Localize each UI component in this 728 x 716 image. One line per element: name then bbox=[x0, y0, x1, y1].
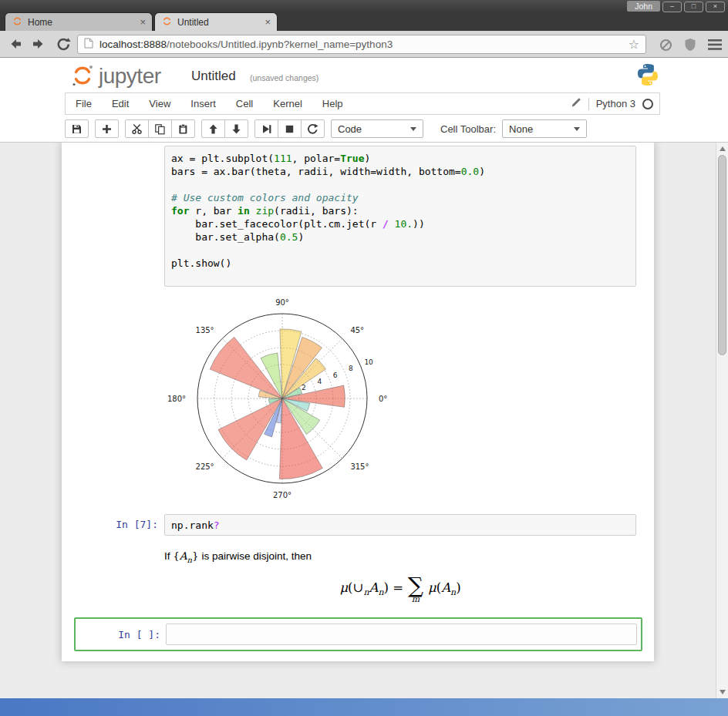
tab-title: Untitled bbox=[177, 17, 260, 28]
sum-operator: ∑m bbox=[408, 575, 423, 603]
cell-type-select[interactable]: Code bbox=[331, 119, 423, 138]
selected-empty-cell[interactable]: In [ ]: bbox=[74, 617, 642, 651]
bookmark-star-icon[interactable]: ☆ bbox=[629, 39, 639, 51]
blocked-content-icon[interactable] bbox=[659, 39, 672, 55]
menu-view[interactable]: View bbox=[139, 93, 180, 114]
paste-cells-button[interactable] bbox=[171, 119, 195, 138]
notebook-title[interactable]: Untitled bbox=[191, 69, 236, 84]
equation-lhs: μ(∪nAn) = bbox=[339, 580, 403, 597]
brand-text: jupyter bbox=[99, 63, 161, 89]
menu-edit[interactable]: Edit bbox=[102, 93, 139, 114]
svg-text:225°: 225° bbox=[196, 462, 214, 471]
menu-insert[interactable]: Insert bbox=[180, 93, 226, 114]
code-line: np.rank? bbox=[171, 519, 629, 532]
window-controls: – □ × bbox=[662, 2, 725, 12]
minimize-button[interactable]: – bbox=[662, 2, 682, 12]
save-button[interactable] bbox=[65, 119, 89, 138]
jupyter-header: jupyter Untitled (unsaved changes) File … bbox=[0, 58, 728, 143]
notebook-page: ax = plt.subplot(111, polar=True) bars =… bbox=[62, 143, 654, 661]
text-fragment: If bbox=[164, 550, 173, 562]
jupyter-favicon bbox=[161, 15, 173, 29]
kernel-idle-icon bbox=[642, 99, 653, 109]
tab-close-icon[interactable]: × bbox=[140, 17, 146, 27]
restart-kernel-button[interactable] bbox=[301, 119, 325, 138]
window-titlebar: John – □ × bbox=[0, 0, 728, 12]
code-line bbox=[171, 244, 629, 257]
cut-cells-button[interactable] bbox=[125, 119, 149, 138]
url-path: /notebooks/Untitled.ipynb?kernel_name=py… bbox=[167, 39, 393, 50]
move-cell-down-button[interactable] bbox=[224, 119, 248, 138]
back-button[interactable] bbox=[8, 36, 25, 52]
menu-file[interactable]: File bbox=[66, 93, 102, 114]
polar-bar-chart: 0°45°90°135°180°225°270°315°246810 bbox=[167, 297, 398, 506]
shield-icon[interactable] bbox=[684, 38, 696, 55]
desktop-wallpaper-strip bbox=[0, 698, 728, 716]
cell-toolbar-label: Cell Toolbar: bbox=[440, 123, 496, 135]
tab-untitled[interactable]: Untitled × bbox=[154, 12, 278, 31]
empty-cell-input[interactable] bbox=[166, 624, 637, 645]
svg-text:0°: 0° bbox=[379, 395, 387, 403]
input-prompt: In [ ]: bbox=[76, 629, 166, 640]
cell-toolbar-select[interactable]: None bbox=[502, 119, 587, 138]
notebook-scroll-area: ax = plt.subplot(111, polar=True) bars =… bbox=[0, 143, 716, 698]
menu-help[interactable]: Help bbox=[312, 93, 353, 114]
scroll-down-arrow[interactable] bbox=[716, 687, 728, 698]
code-line: # Use custom colors and opacity bbox=[171, 191, 629, 204]
equation-rhs: μ(An) bbox=[428, 580, 461, 597]
tab-close-icon[interactable]: × bbox=[265, 17, 271, 27]
svg-text:90°: 90° bbox=[275, 298, 289, 307]
jupyter-logo[interactable]: jupyter bbox=[69, 62, 161, 89]
svg-text:45°: 45° bbox=[350, 326, 364, 334]
chevron-down-icon bbox=[410, 127, 416, 131]
divider bbox=[588, 98, 589, 110]
browser-toolbar: localhost:8888/notebooks/Untitled.ipynb?… bbox=[0, 31, 728, 58]
address-bar[interactable]: localhost:8888/notebooks/Untitled.ipynb?… bbox=[77, 35, 646, 54]
scroll-up-arrow[interactable] bbox=[716, 143, 728, 154]
tab-title: Home bbox=[28, 17, 135, 28]
move-cell-up-button[interactable] bbox=[201, 119, 225, 138]
menu-kernel[interactable]: Kernel bbox=[263, 93, 312, 114]
inline-math: {An} bbox=[173, 550, 198, 562]
code-cell-input[interactable]: ax = plt.subplot(111, polar=True) bars =… bbox=[164, 146, 636, 287]
svg-text:180°: 180° bbox=[167, 395, 186, 403]
interrupt-kernel-button[interactable] bbox=[278, 119, 302, 138]
menubar: File Edit View Insert Cell Kernel Help P… bbox=[65, 92, 660, 115]
vertical-scrollbar[interactable] bbox=[716, 143, 728, 698]
python-logo-icon bbox=[635, 62, 660, 90]
markdown-cell[interactable]: If {An} is pairwise disjoint, then μ(∪nA… bbox=[164, 550, 636, 603]
reload-button[interactable] bbox=[56, 36, 72, 52]
scrollbar-thumb[interactable] bbox=[718, 155, 726, 355]
url-text: localhost:8888/notebooks/Untitled.ipynb?… bbox=[99, 39, 629, 50]
run-cell-button[interactable] bbox=[254, 119, 278, 138]
browser-action-icons bbox=[659, 38, 722, 55]
text-fragment: is pairwise disjoint, then bbox=[199, 550, 312, 562]
code-cell-in7-input[interactable]: np.rank? bbox=[164, 514, 636, 536]
jupyter-favicon bbox=[12, 15, 23, 29]
code-cell-in7: In [7]: np.rank? bbox=[62, 514, 654, 537]
code-line: bar.set_alpha(0.5) bbox=[171, 230, 629, 244]
maximize-button[interactable]: □ bbox=[684, 2, 703, 12]
edit-mode-pencil-icon bbox=[571, 97, 581, 111]
code-line bbox=[171, 178, 629, 191]
screen: John – □ × Home × Unt bbox=[0, 0, 728, 716]
url-host: localhost:8888 bbox=[99, 39, 167, 50]
jupyter-logo-icon bbox=[69, 62, 96, 89]
close-button[interactable]: × bbox=[706, 2, 725, 12]
svg-text:8: 8 bbox=[349, 365, 353, 372]
svg-text:315°: 315° bbox=[350, 462, 369, 471]
svg-text:2: 2 bbox=[302, 384, 306, 392]
code-line: ax = plt.subplot(111, polar=True) bbox=[171, 152, 629, 165]
kernel-indicator-area: Python 3 bbox=[571, 97, 659, 111]
menu-icon[interactable] bbox=[708, 39, 722, 53]
forward-button[interactable] bbox=[31, 36, 48, 52]
svg-text:4: 4 bbox=[317, 378, 322, 385]
menu-cell[interactable]: Cell bbox=[226, 93, 263, 114]
latex-equation: μ(∪nAn) = ∑m μ(An) bbox=[164, 575, 636, 603]
copy-cells-button[interactable] bbox=[148, 119, 172, 138]
svg-text:135°: 135° bbox=[196, 326, 214, 334]
code-line: bar.set_facecolor(plt.cm.jet(r / 10.)) bbox=[171, 217, 629, 230]
tab-home[interactable]: Home × bbox=[5, 12, 153, 31]
insert-cell-below-button[interactable] bbox=[95, 119, 119, 138]
markdown-text: If {An} is pairwise disjoint, then bbox=[164, 550, 636, 564]
code-line: for r, bar in zip(radii, bars): bbox=[171, 204, 629, 217]
